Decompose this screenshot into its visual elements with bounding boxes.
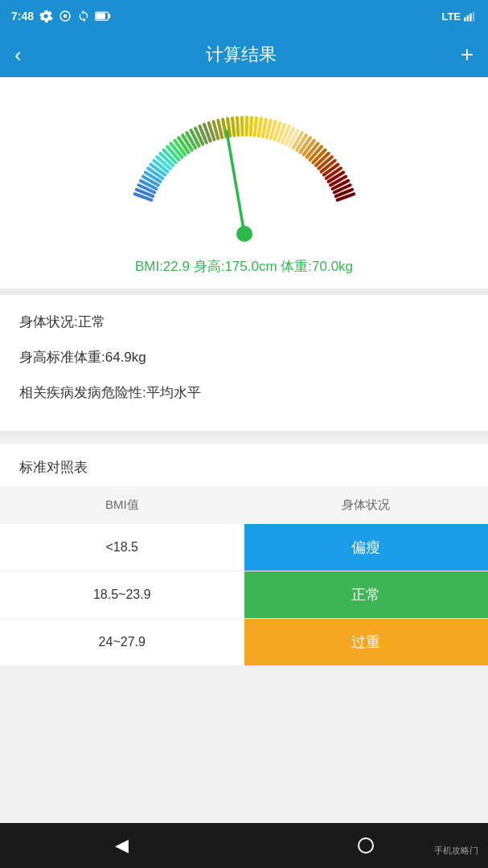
risk-value: 平均水平 <box>146 385 201 400</box>
svg-line-42 <box>258 119 260 137</box>
table-title: 标准对照表 <box>0 444 488 486</box>
table-header: BMI值 身体状况 <box>0 486 488 524</box>
col-header-bmi: BMI值 <box>0 486 244 524</box>
svg-line-40 <box>250 117 251 135</box>
nav-back-button[interactable]: ◀ <box>115 835 129 856</box>
info-row-risk: 相关疾病发病危险性:平均水平 <box>19 383 469 403</box>
location-icon <box>58 9 72 23</box>
bmi-table: BMI值 身体状况 <18.5偏瘦18.5~23.9正常24~27.9过重 <box>0 486 488 666</box>
svg-line-41 <box>254 118 256 136</box>
watermark: 手机攻略门 <box>434 845 478 857</box>
risk-label: 相关疾病发病危险性: <box>19 385 146 400</box>
gauge-needle-pivot <box>236 226 252 242</box>
title-bar: ‹ 计算结果 + <box>0 32 488 77</box>
add-button[interactable]: + <box>461 42 474 68</box>
signal-icon <box>464 10 477 22</box>
section-divider-1 <box>0 289 488 295</box>
svg-line-69 <box>226 131 244 234</box>
svg-rect-4 <box>96 13 105 19</box>
status-bar: 7:48 LTE <box>0 0 488 32</box>
status-time: 7:48 <box>11 10 34 23</box>
bmi-range-cell: <18.5 <box>0 524 244 571</box>
gauge-info: BMI:22.9 身高:175.0cm 体重:70.0kg <box>135 257 353 276</box>
info-section: 身体状况:正常 身高标准体重:64.9kg 相关疾病发病危险性:平均水平 <box>0 295 488 431</box>
status-badge: 过重 <box>244 619 489 665</box>
col-header-status: 身体状况 <box>244 486 489 524</box>
gauge-svg <box>92 93 397 254</box>
nav-home-button[interactable] <box>358 837 374 854</box>
status-cell-td: 过重 <box>244 619 489 666</box>
watermark-text: 手机攻略门 <box>434 845 478 857</box>
svg-rect-3 <box>109 14 111 18</box>
battery-icon <box>95 10 111 22</box>
back-button[interactable]: ‹ <box>14 43 22 68</box>
weight-value: 64.9kg <box>105 350 146 365</box>
table-body: <18.5偏瘦18.5~23.9正常24~27.9过重 <box>0 524 488 666</box>
status-cell-td: 偏瘦 <box>244 524 489 571</box>
status-left: 7:48 <box>11 9 111 23</box>
svg-point-1 <box>64 14 68 18</box>
bmi-range-cell: 24~27.9 <box>0 619 244 666</box>
status-value: 正常 <box>78 314 105 330</box>
sync-icon <box>77 10 90 23</box>
svg-line-43 <box>262 120 265 137</box>
page-title: 计算结果 <box>206 43 277 67</box>
svg-rect-5 <box>464 18 465 22</box>
info-row-weight: 身高标准体重:64.9kg <box>19 348 469 367</box>
svg-line-34 <box>223 120 226 137</box>
svg-rect-6 <box>467 15 469 21</box>
svg-line-36 <box>232 118 234 136</box>
status-cell-td: 正常 <box>244 571 489 619</box>
table-row: <18.5偏瘦 <box>0 524 488 571</box>
svg-rect-7 <box>470 14 471 22</box>
gauge-section: BMI:22.9 身高:175.0cm 体重:70.0kg <box>0 77 488 289</box>
bottom-nav: ◀ 手机攻略门 <box>0 823 488 868</box>
bmi-range-cell: 18.5~23.9 <box>0 571 244 619</box>
status-label: 身体状况: <box>19 314 78 330</box>
weight-label: 身高标准体重: <box>19 350 105 365</box>
lte-label: LTE <box>441 10 461 23</box>
settings-icon <box>39 9 53 23</box>
status-badge: 偏瘦 <box>244 524 489 571</box>
section-divider-2 <box>0 431 488 437</box>
info-row-status: 身体状况:正常 <box>19 313 469 332</box>
status-badge: 正常 <box>244 571 489 618</box>
svg-line-37 <box>236 117 237 135</box>
table-row: 24~27.9过重 <box>0 619 488 666</box>
gauge-display <box>92 93 397 254</box>
svg-rect-8 <box>473 11 474 21</box>
table-section: 标准对照表 BMI值 身体状况 <18.5偏瘦18.5~23.9正常24~27.… <box>0 444 488 666</box>
status-right: LTE <box>441 10 477 23</box>
table-row: 18.5~23.9正常 <box>0 571 488 619</box>
